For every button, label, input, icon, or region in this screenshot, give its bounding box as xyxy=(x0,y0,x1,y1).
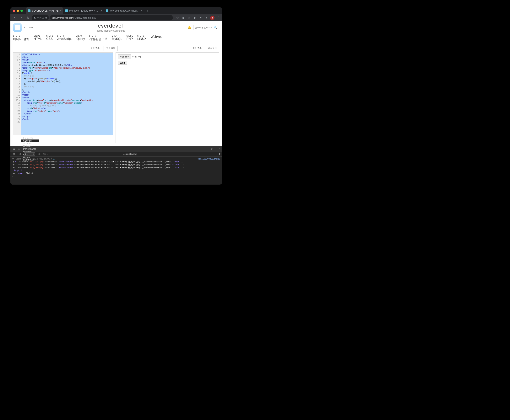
security-chip[interactable]: 주의 요함 xyxy=(32,15,49,20)
editor-toolbar: 코드 공유 코드 실행 결과 공유 새창열기 xyxy=(10,44,222,52)
step-1[interactable]: STEP 1에디터 설치 xyxy=(13,35,29,42)
devtools-settings-icon[interactable]: ⚙ xyxy=(211,148,213,150)
step-label: JavaScript xyxy=(57,37,72,41)
source-link[interactable]: eice1196060303.php:11 xyxy=(198,158,220,160)
step-label: 에디터 설치 xyxy=(13,37,29,41)
step-10[interactable]: WebApp xyxy=(151,35,162,42)
step-num: STEP 3 xyxy=(46,35,53,37)
step-num: STEP 2 xyxy=(34,35,42,37)
send-button[interactable]: send xyxy=(118,61,127,65)
tab-title: view-source:dev.everdevel.com xyxy=(109,9,140,12)
step-num: STEP 6 xyxy=(89,35,108,37)
url-field[interactable]: dev.everdevel.com/jQuery/input-file-list… xyxy=(50,15,173,20)
window-close[interactable] xyxy=(13,10,15,12)
tab-2[interactable]: everdevel - jQuery 선택한 파일 목 × xyxy=(63,7,104,14)
brand-title: everdevel xyxy=(33,23,187,29)
code-content[interactable]: <!DOCTYPE html><html><head><meta charset… xyxy=(21,52,113,135)
console-output[interactable]: eice1196060303.php:11▼ FileList {0: File… xyxy=(10,157,222,185)
tab-close-icon[interactable]: × xyxy=(141,9,142,12)
brand-subtitle: Hippity-Hoppity Springtime xyxy=(33,29,187,32)
page-content: ⚙ LOGIN everdevel Hippity-Hoppity Spring… xyxy=(10,21,222,146)
devtools-menu-icon[interactable]: ⋮ xyxy=(215,148,217,150)
step-label: jQuery xyxy=(76,37,85,41)
element-picker-icon[interactable]: ▣ xyxy=(12,148,16,150)
window-maximize[interactable] xyxy=(20,10,23,12)
open-new-window-button[interactable]: 새창열기 xyxy=(206,46,219,51)
devtools-tab-console[interactable]: Console xyxy=(21,140,39,142)
step-5[interactable]: STEP 5jQuery xyxy=(76,35,85,42)
profile-avatar[interactable]: T xyxy=(210,16,215,20)
step-3[interactable]: STEP 3CSS xyxy=(46,35,53,42)
step-2[interactable]: STEP 2HTML xyxy=(34,35,42,42)
brand-center: everdevel Hippity-Hoppity Springtime xyxy=(33,23,187,32)
step-num: STEP 9 xyxy=(137,35,147,37)
devtools-tab-sources[interactable]: Sources xyxy=(21,142,39,145)
step-label: 개발환경구축 xyxy=(89,37,108,41)
step-num: STEP 8 xyxy=(126,35,133,37)
console-filter-input[interactable] xyxy=(43,153,82,155)
step-num: STEP 1 xyxy=(13,35,29,37)
step-label: PHP xyxy=(126,37,133,41)
login-area[interactable]: ⚙ LOGIN xyxy=(23,26,33,29)
step-num: STEP 7 xyxy=(112,35,122,37)
devtools-tab-performance[interactable]: Performance xyxy=(21,148,39,150)
share-code-button[interactable]: 코드 공유 xyxy=(88,46,102,51)
new-tab-button[interactable]: + xyxy=(144,9,150,13)
step-9[interactable]: STEP 9LINUX xyxy=(137,35,147,42)
puzzle-icon[interactable]: ✦ xyxy=(199,16,202,20)
devtools-tab-elements[interactable]: Elements xyxy=(21,137,39,140)
result-pane: 파일 선택 파일 3개 send xyxy=(116,52,219,143)
panes: 12 ▾3 ▾4567 ▾8 ▾910 ▾11121314151617 ▾18 … xyxy=(10,52,222,146)
step-label: LINUX xyxy=(137,37,147,41)
run-code-button[interactable]: 코드 실행 xyxy=(104,46,118,51)
reload-button[interactable] xyxy=(25,15,31,20)
star-icon[interactable]: ☆ xyxy=(176,16,179,20)
security-label: 주의 요함 xyxy=(37,16,47,19)
url-host: dev.everdevel.com xyxy=(52,16,73,19)
line-gutter: 12 ▾3 ▾4567 ▾8 ▾910 ▾11121314151617 ▾18 … xyxy=(13,52,21,135)
share-result-button[interactable]: 결과 공유 xyxy=(190,46,204,51)
step-label: CSS xyxy=(46,37,53,41)
search-box[interactable]: 🔍 xyxy=(193,25,219,30)
search-input[interactable] xyxy=(195,26,212,29)
devtools-close-icon[interactable]: × xyxy=(219,148,220,150)
log-levels-select[interactable]: Default levels ▾ xyxy=(123,153,137,155)
step-num: STEP 5 xyxy=(76,35,85,37)
device-toggle-icon[interactable]: ▭ xyxy=(16,148,21,150)
extension-icon[interactable]: ◐ xyxy=(193,16,197,20)
step-6[interactable]: STEP 6개발환경구축 xyxy=(89,35,108,42)
react-devtools-icon[interactable]: ⚛ xyxy=(187,16,191,20)
site-logo[interactable] xyxy=(13,23,22,32)
camera-icon[interactable]: ◉ xyxy=(181,16,185,20)
console-settings-icon[interactable]: ⚙ xyxy=(219,153,221,155)
tab-close-icon[interactable]: × xyxy=(60,9,61,12)
tab-1[interactable]: :: EVERDEVEL - 에버디벨 × xyxy=(26,7,63,14)
forward-button[interactable] xyxy=(18,15,24,20)
back-button[interactable] xyxy=(12,15,17,20)
code-editor[interactable]: 12 ▾3 ▾4567 ▾8 ▾910 ▾11121314151617 ▾18 … xyxy=(13,52,113,143)
clear-console-icon[interactable]: ⊘ xyxy=(18,153,22,155)
address-bar: 주의 요함 dev.everdevel.com/jQuery/input-fil… xyxy=(10,14,222,21)
tab-close-icon[interactable]: × xyxy=(100,9,102,12)
steps-nav: STEP 1에디터 설치STEP 2HTMLSTEP 3CSSSTEP 4Jav… xyxy=(10,34,222,44)
window-minimize[interactable] xyxy=(17,10,19,12)
execution-context-select[interactable]: top▾ xyxy=(24,152,35,156)
console-sidebar-icon[interactable]: ▤ xyxy=(12,153,16,155)
music-icon[interactable]: ♪ xyxy=(204,16,208,20)
step-7[interactable]: STEP 7MySQL xyxy=(112,35,122,42)
bell-icon[interactable]: 🔔 xyxy=(187,26,191,29)
devtools-tab-network[interactable]: Network xyxy=(21,145,39,148)
step-num: STEP 4 xyxy=(57,35,72,37)
file-input-row: 파일 선택 파일 3개 xyxy=(118,54,217,59)
addrbar-right-icons: ☆ ◉ ⚛ ◐ ✦ ♪ T ⋮ xyxy=(176,16,220,20)
live-expression-icon[interactable]: 👁 xyxy=(37,153,41,155)
titlebar: :: EVERDEVEL - 에버디벨 × everdevel - jQuery… xyxy=(10,7,222,14)
file-choose-button[interactable]: 파일 선택 xyxy=(118,54,131,59)
tab-3[interactable]: view-source:dev.everdevel.com × xyxy=(104,7,144,14)
step-8[interactable]: STEP 8PHP xyxy=(126,35,133,42)
step-4[interactable]: STEP 4JavaScript xyxy=(57,35,72,42)
url-path: /jQuery/input-file-list/ xyxy=(73,16,96,19)
search-icon: 🔍 xyxy=(214,26,217,29)
menu-icon[interactable]: ⋮ xyxy=(216,16,220,20)
step-label: WebApp xyxy=(151,35,162,38)
